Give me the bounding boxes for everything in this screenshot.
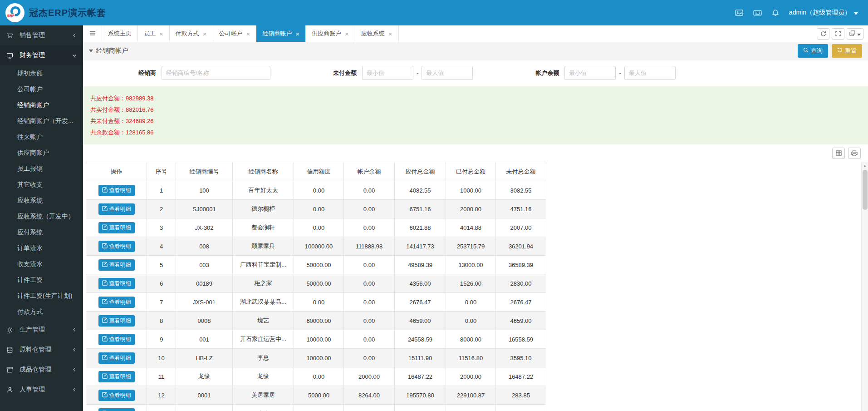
view-detail-button[interactable]: 查看明细: [98, 390, 135, 401]
sidebar-item[interactable]: 财务管理: [0, 45, 83, 65]
tab-list-button[interactable]: [83, 25, 102, 42]
close-icon[interactable]: ×: [345, 30, 349, 37]
close-icon[interactable]: ×: [159, 30, 163, 37]
cell-operation: 查看明细: [86, 405, 147, 411]
unpaid-min-input[interactable]: [362, 66, 413, 80]
column-header[interactable]: 序号: [147, 162, 176, 181]
tab-actions-button[interactable]: [847, 28, 863, 40]
vertical-scrollbar[interactable]: ▲: [861, 162, 868, 411]
cell-operation: 查看明细: [86, 386, 147, 405]
column-header[interactable]: 经销商名称: [233, 162, 294, 181]
refresh-tab-button[interactable]: [817, 28, 829, 40]
view-detail-button[interactable]: 查看明细: [98, 222, 135, 233]
sidebar-item[interactable]: 经销商账户: [0, 97, 83, 113]
scroll-up-icon[interactable]: ▲: [862, 162, 868, 169]
cell-paid: 2000.00: [446, 367, 496, 386]
collapse-filter-icon[interactable]: [89, 47, 93, 54]
view-detail-label: 查看明细: [109, 280, 131, 287]
view-detail-button[interactable]: 查看明细: [98, 352, 135, 364]
cell-credit: 100000.00: [294, 237, 344, 256]
column-header[interactable]: 帐户余额: [344, 162, 395, 181]
scroll-thumb[interactable]: [863, 170, 868, 210]
cell-payable: 16487.22: [395, 367, 446, 386]
sidebar-item[interactable]: 应收系统: [0, 193, 83, 208]
sidebar-item[interactable]: 收支流水: [0, 256, 83, 272]
sidebar-item[interactable]: 销售管理: [0, 25, 83, 45]
cell-credit: 50000.00: [294, 274, 344, 293]
fullscreen-button[interactable]: [832, 28, 844, 40]
view-detail-button[interactable]: 查看明细: [98, 203, 135, 215]
table-row: 查看明细 3 JX-302 都会澜轩 0.00 0.00 6021.88 401…: [86, 218, 546, 237]
filter-bar: 经销商 未付金额 - 帐户余额 -: [83, 59, 868, 86]
sidebar-item[interactable]: 期初余额: [0, 65, 83, 81]
view-detail-button[interactable]: 查看明细: [98, 334, 135, 345]
unpaid-max-input[interactable]: [422, 66, 473, 80]
sidebar-item[interactable]: 经销商账户（开发...: [0, 113, 83, 129]
sidebar-item[interactable]: 应付系统: [0, 224, 83, 240]
cell-name: 迷你: [233, 405, 294, 411]
cell-payable: 195570.80: [395, 386, 446, 405]
sidebar-item-label: 生产管理: [20, 326, 72, 334]
balance-min-input[interactable]: [564, 66, 616, 80]
query-button[interactable]: 查询: [798, 44, 828, 58]
view-detail-button[interactable]: 查看明细: [98, 259, 135, 271]
image-icon[interactable]: [735, 9, 743, 16]
sidebar-item[interactable]: 生产管理: [0, 320, 83, 340]
bell-icon[interactable]: [772, 9, 779, 17]
tab[interactable]: 公司帐户 ×: [213, 25, 257, 42]
sidebar-item[interactable]: 计件工资(生产计划): [0, 288, 83, 304]
view-detail-button[interactable]: 查看明细: [98, 241, 135, 252]
reset-button[interactable]: 重置: [832, 44, 862, 58]
close-icon[interactable]: ×: [203, 30, 207, 37]
tab-label: 应收系统: [361, 30, 385, 38]
table-row: 查看明细 4 008 顾家家具 100000.00 111888.98 1414…: [86, 237, 546, 256]
sidebar-item[interactable]: 公司帐户: [0, 81, 83, 97]
sidebar-item[interactable]: 其它收支: [0, 177, 83, 193]
sidebar-item[interactable]: 成品仓管理: [0, 360, 83, 380]
sidebar-item[interactable]: 付款方式: [0, 304, 83, 320]
logo-text: ERP: [7, 14, 15, 18]
summary-line: 共未付金额：324689.26: [90, 115, 868, 127]
view-detail-button[interactable]: 查看明细: [98, 278, 135, 289]
dealer-filter-input[interactable]: [162, 66, 270, 80]
range-separator: -: [619, 69, 621, 76]
keyboard-icon[interactable]: [753, 10, 762, 16]
view-detail-button[interactable]: 查看明细: [98, 185, 135, 196]
page-title: 经销商帐户: [96, 47, 128, 55]
sidebar-item[interactable]: 人事管理: [0, 380, 83, 400]
material-icon: [6, 347, 16, 353]
balance-max-input[interactable]: [624, 66, 676, 80]
print-button[interactable]: [848, 148, 861, 159]
column-header[interactable]: 信用额度: [294, 162, 344, 181]
view-detail-button[interactable]: 查看明细: [98, 371, 135, 382]
close-icon[interactable]: ×: [388, 30, 392, 37]
sidebar-item[interactable]: 员工报销: [0, 161, 83, 177]
view-detail-button[interactable]: 查看明细: [98, 315, 135, 327]
sidebar-item[interactable]: 计件工资: [0, 272, 83, 288]
tab[interactable]: 经销商账户 ×: [256, 25, 306, 42]
tab[interactable]: 供应商账户 ×: [306, 25, 355, 42]
sidebar-item[interactable]: 订单流水: [0, 240, 83, 256]
sidebar-item[interactable]: 应收系统（开发中）: [0, 208, 83, 224]
sidebar-item[interactable]: 供应商账户: [0, 145, 83, 161]
tab[interactable]: 付款方式 ×: [170, 25, 213, 42]
column-header[interactable]: 未付总金额: [496, 162, 546, 181]
column-header[interactable]: 经销商编号: [176, 162, 233, 181]
tab[interactable]: 员工 ×: [138, 25, 170, 42]
view-detail-button[interactable]: 查看明细: [98, 297, 135, 308]
close-icon[interactable]: ×: [246, 30, 250, 37]
user-menu[interactable]: admin（超级管理员）: [789, 9, 858, 17]
column-header[interactable]: 操作: [86, 162, 147, 181]
sidebar-item[interactable]: 往来账户: [0, 129, 83, 145]
columns-button[interactable]: [832, 148, 845, 159]
close-icon[interactable]: ×: [295, 30, 299, 37]
tab[interactable]: 应收系统 ×: [355, 25, 399, 42]
column-header[interactable]: 应付总金额: [395, 162, 446, 181]
sidebar-nav: 销售管理 财务管理 期初余额: [0, 25, 83, 400]
cell-name: 湖北武汉某某品...: [233, 293, 294, 312]
cell-paid: 2000.00: [446, 200, 496, 218]
tab[interactable]: 系统主页 ×: [102, 25, 138, 42]
sidebar-item[interactable]: 原料仓管理: [0, 340, 83, 360]
view-detail-button[interactable]: 查看明细: [98, 408, 135, 411]
column-header[interactable]: 已付总金额: [446, 162, 496, 181]
